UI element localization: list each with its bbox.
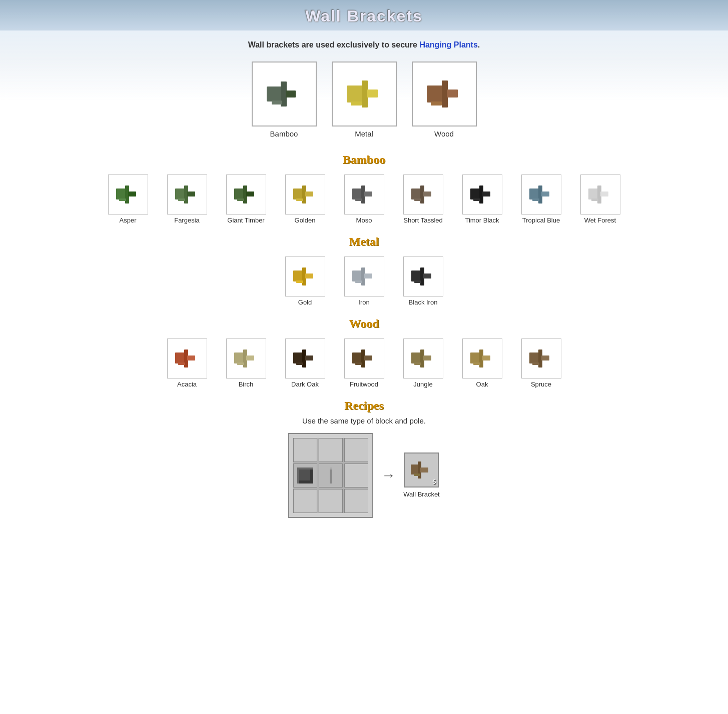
bamboo-giant-timber-box: [226, 174, 266, 214]
svg-rect-8: [427, 86, 443, 102]
recipe-output-count: 6: [432, 478, 436, 486]
acacia-icon: [172, 344, 202, 374]
recipe-input-box: [288, 433, 373, 518]
fargesia-icon: [172, 180, 202, 210]
wood-item-spruce: Spruce: [516, 338, 566, 389]
bamboo-moso-box: [344, 174, 384, 214]
bamboo-item-short-tassled: Short Tassled: [398, 174, 448, 225]
svg-rect-54: [364, 274, 372, 278]
svg-rect-48: [293, 270, 303, 282]
recipe-cell-r3c2: [319, 489, 343, 513]
birch-icon: [231, 344, 261, 374]
recipe-cell-r2c1: [293, 464, 317, 488]
svg-rect-28: [352, 188, 362, 200]
wood-jungle-box: [403, 338, 443, 378]
wood-item-birch: Birch: [221, 338, 271, 389]
svg-rect-30: [364, 192, 372, 196]
recipe-output-box: 6: [404, 452, 439, 488]
svg-rect-72: [352, 352, 362, 364]
svg-rect-58: [423, 274, 431, 278]
recipe-cell-r2c3: [344, 464, 368, 488]
black-iron-label: Black Iron: [409, 298, 438, 307]
svg-rect-46: [600, 192, 608, 196]
bamboo-fargesia-box: [167, 174, 207, 214]
bamboo-item-timor-black: Timor Black: [457, 174, 507, 225]
iron-label: Iron: [358, 298, 369, 307]
giant-timber-label: Giant Timber: [227, 216, 264, 225]
main-type-metal: Metal: [332, 62, 397, 138]
wood-main-icon: [422, 72, 467, 116]
bamboo-items-grid: Asper Fargesia G: [99, 174, 629, 225]
main-type-wood-box: [412, 62, 477, 126]
wood-spruce-box: [521, 338, 561, 378]
svg-rect-15: [119, 198, 126, 201]
svg-rect-16: [175, 188, 185, 200]
wood-item-acacia: Acacia: [162, 338, 212, 389]
svg-rect-83: [473, 362, 480, 365]
main-type-metal-label: Metal: [355, 130, 373, 138]
timor-black-label: Timor Black: [465, 216, 499, 225]
recipes-section-header: Recipes: [99, 399, 629, 412]
svg-rect-84: [529, 352, 539, 364]
svg-rect-12: [116, 188, 126, 200]
svg-rect-4: [347, 86, 363, 102]
oak-label: Oak: [476, 380, 488, 389]
metal-section-header: Metal: [99, 235, 629, 248]
recipe-grid: [293, 438, 368, 513]
giant-timber-icon: [231, 180, 261, 210]
oak-icon: [467, 344, 497, 374]
svg-rect-23: [237, 198, 244, 201]
bamboo-golden-box: [285, 174, 325, 214]
gold-icon: [290, 262, 320, 292]
tropical-blue-icon: [526, 180, 556, 210]
bamboo-section-header: Bamboo: [99, 153, 629, 166]
metal-black-iron-box: [403, 256, 443, 296]
main-type-wood-label: Wood: [434, 130, 454, 138]
svg-rect-20: [234, 188, 244, 200]
svg-rect-55: [355, 280, 362, 283]
recipe-arrow: →: [373, 468, 403, 484]
asper-label: Asper: [120, 216, 137, 225]
svg-rect-26: [305, 192, 313, 196]
golden-icon: [290, 180, 320, 210]
spruce-icon: [526, 344, 556, 374]
svg-rect-34: [423, 192, 431, 196]
svg-rect-94: [330, 468, 332, 470]
svg-rect-67: [237, 362, 244, 365]
svg-rect-56: [411, 270, 421, 282]
svg-rect-19: [178, 198, 185, 201]
bamboo-item-fargesia: Fargesia: [162, 174, 212, 225]
svg-rect-7: [351, 102, 362, 106]
svg-rect-63: [178, 362, 185, 365]
svg-rect-36: [470, 188, 480, 200]
wood-item-fruitwood: Fruitwood: [339, 338, 389, 389]
svg-rect-11: [431, 102, 442, 106]
dark-oak-icon: [290, 344, 320, 374]
acacia-label: Acacia: [177, 380, 197, 389]
svg-rect-10: [447, 90, 458, 98]
gold-label: Gold: [298, 298, 312, 307]
svg-rect-52: [352, 270, 362, 282]
svg-rect-93: [330, 468, 332, 484]
svg-rect-68: [293, 352, 303, 364]
jungle-icon: [408, 344, 438, 374]
svg-rect-18: [187, 192, 195, 196]
svg-rect-32: [411, 188, 421, 200]
svg-rect-40: [529, 188, 539, 200]
bamboo-item-asper: Asper: [103, 174, 153, 225]
fargesia-label: Fargesia: [174, 216, 200, 225]
hanging-plants-link[interactable]: Hanging Plants: [419, 40, 477, 49]
wood-acacia-box: [167, 338, 207, 378]
svg-rect-35: [414, 198, 421, 201]
wood-item-dark-oak: Dark Oak: [280, 338, 330, 389]
intro-paragraph: Wall brackets are used exclusively to se…: [99, 40, 629, 50]
svg-rect-24: [293, 188, 303, 200]
svg-rect-64: [234, 352, 244, 364]
iron-icon: [349, 262, 379, 292]
spruce-label: Spruce: [531, 380, 551, 389]
svg-rect-86: [541, 356, 549, 360]
recipe-cell-r1c3: [344, 438, 368, 462]
moso-icon: [349, 180, 379, 210]
wood-birch-box: [226, 338, 266, 378]
fruitwood-label: Fruitwood: [350, 380, 378, 389]
